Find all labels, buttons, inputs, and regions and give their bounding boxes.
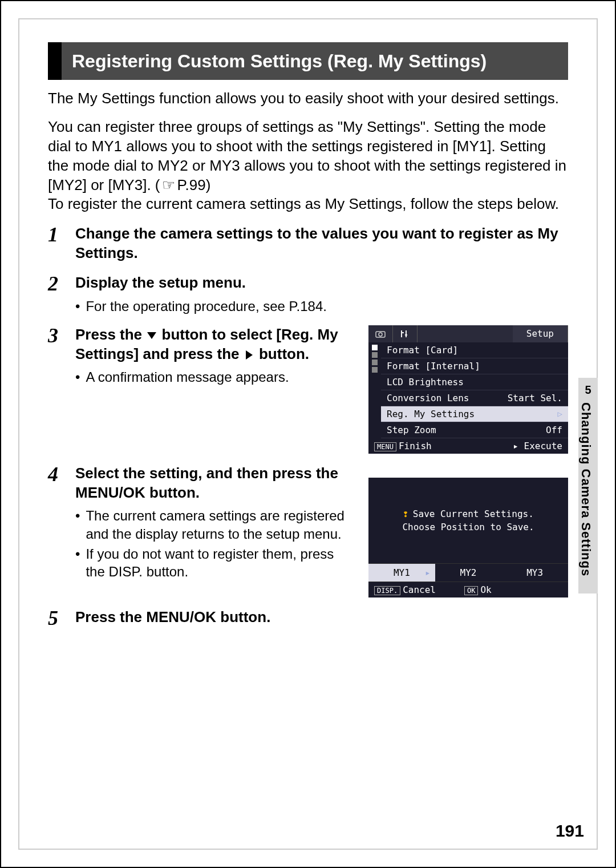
step-3: 3 Press the button to select [Reg. My Se…: [48, 325, 568, 454]
lcd-footer: MENUFinish ▸ Execute: [368, 438, 568, 454]
chapter-side-tab: 5 Changing Camera Settings: [578, 378, 598, 594]
intro-paragraph-1: The My Settings function allows you to e…: [48, 89, 568, 108]
scroll-indicator: [368, 342, 381, 438]
camera-tab-icon: [368, 325, 393, 342]
intro-paragraph-2: You can register three groups of setting…: [48, 118, 568, 195]
lcd2-footer: DISP.Cancel OKOk: [368, 582, 568, 597]
menu-row-lcd-brightness: LCD Brightness: [381, 374, 568, 390]
right-arrow-icon: ▷: [558, 409, 562, 418]
disp-button-label: DISP.: [374, 586, 400, 595]
intro-paragraph-3: To register the current camera settings …: [48, 195, 568, 214]
step-1: 1 Change the camera settings to the valu…: [48, 224, 568, 263]
chapter-number: 5: [578, 383, 598, 397]
menu-row-conversion-lens: Conversion LensStart Sel.: [381, 390, 568, 406]
step-2: 2 Display the setup menu. • For the oper…: [48, 273, 568, 315]
menu-row-step-zoom: Step ZoomOff: [381, 422, 568, 438]
step-number: 2: [48, 273, 65, 315]
step-number: 5: [48, 608, 65, 628]
step-bullet: • A confirmation message appears.: [75, 368, 355, 386]
section-title-bar: Registering Custom Settings (Reg. My Set…: [48, 42, 568, 80]
camera-lcd-setup-menu: Setup: [368, 325, 568, 454]
step-title: Select the setting, and then press the M…: [75, 464, 355, 503]
ok-button-label: OK: [464, 586, 478, 595]
step-bullet: • The current camera settings are regist…: [75, 507, 355, 542]
save-msg-line2: Choose Position to Save.: [402, 522, 534, 532]
choice-my3: MY3: [501, 564, 568, 582]
menu-row-reg-my-settings: Reg. My Settings▷: [381, 406, 568, 422]
choice-my2: MY2: [435, 564, 502, 582]
section-title: Registering Custom Settings (Reg. My Set…: [72, 50, 487, 72]
svg-point-3: [379, 333, 382, 336]
exclamation-icon: ❢: [403, 508, 408, 519]
step-number: 3: [48, 325, 65, 454]
save-msg-line1: Save Current Settings.: [413, 508, 534, 519]
reference-icon: ☞: [160, 176, 177, 195]
right-triangle-icon: [244, 349, 255, 361]
step-5: 5 Press the MENU/OK button.: [48, 608, 568, 628]
step-title: Change the camera settings to the values…: [75, 224, 568, 263]
svg-marker-1: [246, 350, 253, 360]
choice-my1: MY1: [368, 564, 435, 582]
step-title: Display the setup menu.: [75, 273, 568, 293]
step-title: Press the button to select [Reg. My Sett…: [75, 325, 355, 364]
setup-tab: Setup: [513, 325, 568, 342]
step-bullet: • For the operating procedure, see P.184…: [75, 297, 568, 315]
down-triangle-icon: [146, 330, 157, 341]
camera-icon: [375, 330, 386, 338]
step-number: 4: [48, 464, 65, 597]
camera-lcd-save-position: ❢Save Current Settings. Choose Position …: [368, 478, 568, 597]
step-title: Press the MENU/OK button.: [75, 608, 568, 627]
menu-row-format-internal: Format [Internal]: [381, 358, 568, 374]
chapter-title: Changing Camera Settings: [578, 402, 593, 576]
page-number: 191: [556, 821, 584, 841]
menu-button-label: MENU: [374, 442, 396, 451]
step-4: 4 Select the setting, and then press the…: [48, 464, 568, 597]
tools-icon: [400, 329, 410, 338]
step-number: 1: [48, 224, 65, 263]
tools-tab-icon: [393, 325, 418, 342]
step-bullet: • If you do not want to register them, p…: [75, 545, 355, 580]
svg-marker-0: [147, 332, 156, 339]
menu-row-format-card: Format [Card]: [381, 342, 568, 358]
